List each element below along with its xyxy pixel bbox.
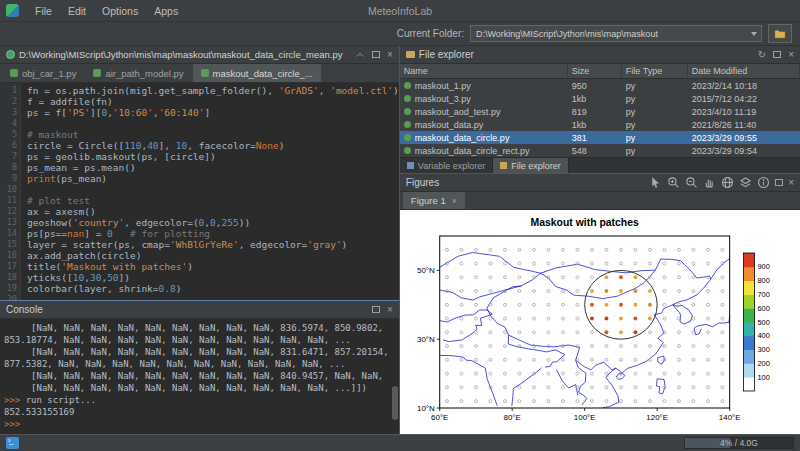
scrollbar-thumb[interactable] <box>392 386 398 420</box>
file-row[interactable]: maskout_aod_test.py819py2023/4/10 11:19 <box>400 105 800 118</box>
explorer-tabs: Variable explorerFile explorer <box>400 157 800 173</box>
browse-folder-button[interactable] <box>768 24 792 43</box>
figures-title: Figures <box>406 177 439 188</box>
svg-text:30°N: 30°N <box>417 335 435 344</box>
py-file-icon <box>404 121 411 128</box>
panel-tab-icon <box>407 162 414 169</box>
file-row[interactable]: maskout_data_circle.py381py2023/3/29 09:… <box>400 131 800 144</box>
float-window-icon[interactable] <box>773 51 781 58</box>
editor-panel: D:\Working\MIScript\Jython\mis\map\masko… <box>0 46 399 300</box>
layers-icon[interactable] <box>739 176 752 189</box>
current-folder-label: Current Folder: <box>397 28 464 39</box>
figure-tab[interactable]: Figure 1 × <box>403 192 465 209</box>
meteoinfolab-window: FileEditOptionsApps MeteoInfoLab Current… <box>0 0 800 451</box>
svg-text:500: 500 <box>757 318 769 327</box>
python-file-icon <box>6 50 15 59</box>
close-icon[interactable]: × <box>387 305 393 315</box>
console-panel: Console × [NaN, NaN, NaN, NaN, NaN, NaN,… <box>0 300 399 434</box>
svg-text:100: 100 <box>757 373 769 382</box>
menu-options[interactable]: Options <box>94 5 146 17</box>
svg-text:50°N: 50°N <box>417 266 435 275</box>
figure-tabbar: Figure 1 × <box>400 192 800 210</box>
svg-text:80°E: 80°E <box>503 413 520 422</box>
close-icon[interactable]: × <box>788 178 794 188</box>
main-area: D:\Working\MIScript\Jython\mis\map\masko… <box>0 46 800 434</box>
left-column: D:\Working\MIScript\Jython\mis\map\masko… <box>0 46 400 434</box>
svg-text:10°N: 10°N <box>417 404 435 413</box>
folder-icon <box>406 51 415 58</box>
tab-file-explorer[interactable]: File explorer <box>493 158 569 173</box>
full-extent-icon[interactable] <box>721 176 734 189</box>
py-file-icon <box>93 69 101 77</box>
current-folder-combobox[interactable]: D:\Working\MIScript\Jython\mis\map\masko… <box>470 25 762 42</box>
editor-tab[interactable]: obj_car_1.py <box>2 64 84 82</box>
editor-tab[interactable]: maskout_data_circle_... <box>193 64 321 82</box>
editor-tab[interactable]: air_path_model.py <box>85 64 191 82</box>
svg-text:Maskout with patches: Maskout with patches <box>530 217 638 228</box>
current-folder-value: D:\Working\MIScript\Jython\mis\map\masko… <box>476 29 658 39</box>
menu-file[interactable]: File <box>27 5 60 17</box>
file-row[interactable]: maskout_data_circle_rect.py548py2023/3/2… <box>400 144 800 157</box>
close-icon[interactable]: × <box>788 50 794 60</box>
float-window-icon[interactable] <box>372 306 380 313</box>
editor-tabbar: obj_car_1.pyair_path_model.pymaskout_dat… <box>0 64 399 83</box>
close-icon[interactable]: × <box>387 50 393 60</box>
status-bar: 4% / 4.0G <box>0 434 800 451</box>
py-file-icon <box>404 95 411 102</box>
console-output[interactable]: [NaN, NaN, NaN, NaN, NaN, NaN, NaN, NaN,… <box>0 319 399 434</box>
file-table: maskout_1.py950py2023/2/14 10:18maskout_… <box>400 79 800 157</box>
console-title: Console <box>6 304 43 315</box>
file-explorer-panel: File explorer ↻ × NameSizeFile TypeDate … <box>400 46 800 174</box>
file-explorer-header: File explorer ↻ × <box>400 46 800 64</box>
collapse-icon[interactable] <box>355 50 365 60</box>
float-window-icon[interactable] <box>372 51 380 58</box>
py-file-icon <box>404 108 411 115</box>
svg-text:800: 800 <box>757 276 769 285</box>
right-column: File explorer ↻ × NameSizeFile TypeDate … <box>400 46 800 434</box>
column-header-size[interactable]: Size <box>568 64 622 78</box>
close-tab-icon[interactable]: × <box>452 196 457 206</box>
svg-text:600: 600 <box>757 304 769 313</box>
tab-variable-explorer[interactable]: Variable explorer <box>400 158 493 173</box>
panel-tab-icon <box>500 162 507 169</box>
column-header-date-modified[interactable]: Date Modified <box>688 64 800 78</box>
py-file-icon <box>10 69 18 77</box>
figure-plot-area[interactable]: 60°E80°E100°E120°E140°E10°N30°N50°NMasko… <box>400 210 800 434</box>
float-window-icon[interactable] <box>775 179 783 186</box>
figure-tab-label: Figure 1 <box>411 195 446 206</box>
folder-icon <box>774 29 786 39</box>
figures-header: Figures × <box>400 174 800 192</box>
memory-indicator[interactable]: 4% / 4.0G <box>684 437 794 449</box>
svg-text:300: 300 <box>757 345 769 354</box>
figures-panel: Figures × Figure 1 <box>400 174 800 434</box>
select-tool-icon[interactable] <box>649 176 662 189</box>
refresh-icon[interactable]: ↻ <box>758 50 766 60</box>
terminal-status-icon[interactable] <box>6 437 19 449</box>
menu-edit[interactable]: Edit <box>60 5 94 17</box>
svg-text:100°E: 100°E <box>574 413 596 422</box>
code-editor[interactable]: 123456789101112131415161718192021 fn = o… <box>0 83 399 300</box>
chevron-down-icon[interactable] <box>751 32 757 36</box>
info-icon[interactable] <box>757 176 770 189</box>
column-header-name[interactable]: Name <box>400 64 568 78</box>
zoom-in-icon[interactable] <box>667 176 680 189</box>
column-header-file-type[interactable]: File Type <box>622 64 688 78</box>
code-text[interactable]: fn = os.path.join(migl.get_sample_folder… <box>21 83 399 300</box>
py-file-icon <box>404 82 411 89</box>
app-logo-icon <box>6 4 19 17</box>
file-row[interactable]: maskout_1.py950py2023/2/14 10:18 <box>400 79 800 92</box>
menu-bar: FileEditOptionsApps MeteoInfoLab <box>0 0 800 22</box>
console-header: Console × <box>0 301 399 319</box>
svg-text:120°E: 120°E <box>646 413 668 422</box>
file-row[interactable]: maskout_3.py1kbpy2015/7/12 04:22 <box>400 92 800 105</box>
menu-apps[interactable]: Apps <box>146 5 186 17</box>
svg-text:200: 200 <box>757 359 769 368</box>
py-file-icon <box>404 147 411 154</box>
pan-icon[interactable] <box>703 176 716 189</box>
svg-text:700: 700 <box>757 290 769 299</box>
maskout-plot: 60°E80°E100°E120°E140°E10°N30°N50°NMasko… <box>400 210 800 434</box>
py-file-icon <box>201 69 209 77</box>
file-row[interactable]: maskout_data.py1kbpy2021/8/26 11:40 <box>400 118 800 131</box>
zoom-out-icon[interactable] <box>685 176 698 189</box>
file-table-header: NameSizeFile TypeDate Modified <box>400 64 800 79</box>
